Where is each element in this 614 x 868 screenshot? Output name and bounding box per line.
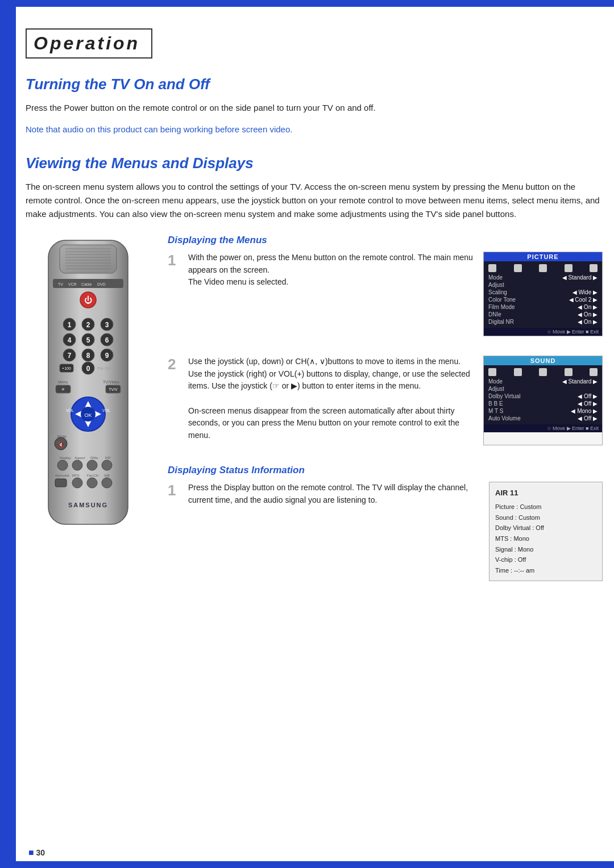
status-line-4: MTS : Mono bbox=[495, 533, 596, 544]
page-number-text: 30 bbox=[36, 848, 45, 857]
svg-text:PIP: PIP bbox=[105, 456, 111, 460]
section-title: Operation bbox=[34, 33, 140, 53]
menu-row-mode: Mode ◀ Standard ▶ bbox=[488, 274, 598, 281]
step1-text-part: 1 With the power on, press the Menu butt… bbox=[168, 252, 473, 343]
section-title-box: Operation bbox=[26, 28, 152, 59]
svg-rect-70 bbox=[55, 479, 67, 487]
svg-text:5: 5 bbox=[86, 336, 90, 344]
step1-text: With the power on, press the Menu button… bbox=[188, 253, 473, 274]
menu-row-icon-area bbox=[488, 264, 598, 273]
turning-note: Note that audio on this product can bein… bbox=[26, 123, 603, 136]
sound-row-bbe: B B E ◀ Off ▶ bbox=[488, 400, 598, 407]
displaying-status-heading: Displaying Status Information bbox=[168, 465, 603, 476]
picture-menu-body: Mode ◀ Standard ▶ Adjust Scaling ◀ Wide … bbox=[484, 261, 602, 328]
displaying-menus-heading: Displaying the Menus bbox=[168, 235, 603, 246]
step1-content: With the power on, press the Menu button… bbox=[188, 252, 473, 289]
page-number: ■ 30 bbox=[28, 848, 45, 858]
menu-row-digitalnr: Digital NR ◀ On ▶ bbox=[488, 318, 598, 326]
svg-text:7: 7 bbox=[68, 352, 72, 360]
turning-body: Press the Power button on the remote con… bbox=[26, 101, 603, 115]
remote-svg: TV VCR Cable DVD ⏻ 1 2 3 bbox=[31, 235, 145, 530]
menu-row-filmmode: Film Mode ◀ On ▶ bbox=[488, 303, 598, 311]
svg-text:OK: OK bbox=[84, 412, 92, 418]
left-bar bbox=[0, 0, 16, 868]
status-step1-text-part: 1 Press the Display button on the remote… bbox=[168, 482, 479, 581]
instructions-column: Displaying the Menus 1 With the power on… bbox=[168, 235, 603, 594]
viewing-title: Viewing the Menus and Displays bbox=[26, 155, 603, 172]
status-line-1: Picture : Custom bbox=[495, 502, 596, 512]
svg-text:Menu: Menu bbox=[58, 380, 68, 384]
status-line-3: Dolby Virtual : Off bbox=[495, 523, 596, 533]
status-air: AIR 11 bbox=[495, 487, 596, 499]
svg-text:TV: TV bbox=[58, 282, 63, 286]
status-line-5: Signal : Mono bbox=[495, 544, 596, 555]
remote-svg-wrapper: TV VCR Cable DVD ⏻ 1 2 3 bbox=[31, 235, 145, 532]
svg-text:🔇: 🔇 bbox=[57, 441, 65, 448]
svg-text:TV/Video: TV/Video bbox=[103, 380, 119, 384]
turning-title: Turning the TV On and Off bbox=[26, 76, 603, 93]
sound-row-mts: M T S ◀ Mono ▶ bbox=[488, 407, 598, 415]
status-line-6: V-chip : Off bbox=[495, 554, 596, 565]
svg-text:MTS: MTS bbox=[72, 474, 80, 477]
svg-text:4: 4 bbox=[68, 336, 72, 344]
menu-row-adjust: Adjust bbox=[488, 281, 598, 289]
svg-text:+100: +100 bbox=[62, 366, 71, 370]
sound-menu-title: SOUND bbox=[484, 356, 602, 365]
step2-text-part: 2 Use the joystick (up, down) or CH(∧, ∨… bbox=[168, 356, 473, 452]
lower-section: TV VCR Cable DVD ⏻ 1 2 3 bbox=[26, 235, 603, 594]
svg-text:VOL: VOL bbox=[66, 408, 74, 412]
svg-text:SAMSUNG: SAMSUNG bbox=[68, 502, 108, 508]
svg-point-65 bbox=[102, 460, 112, 470]
svg-text:Aspect: Aspect bbox=[74, 456, 85, 460]
svg-text:DNIe: DNIe bbox=[90, 456, 98, 460]
svg-text:≡: ≡ bbox=[62, 387, 65, 392]
sound-menu-body: Mode ◀ Standard ▶ Adjust Dolby Virtual ◀… bbox=[484, 365, 602, 424]
step1-number: 1 bbox=[168, 253, 180, 268]
svg-text:0: 0 bbox=[86, 365, 90, 373]
svg-text:2: 2 bbox=[86, 321, 90, 329]
svg-text:Fav.CH: Fav.CH bbox=[87, 474, 98, 477]
bottom-bar bbox=[0, 861, 614, 868]
svg-point-73 bbox=[102, 478, 112, 488]
menu-row-dnie: DNIe ◀ On ▶ bbox=[488, 311, 598, 318]
picture-menu-title: PICTURE bbox=[484, 252, 602, 261]
svg-text:DVD: DVD bbox=[97, 282, 106, 286]
menu-row-colortone: Color Tone ◀ Cool 2 ▶ bbox=[488, 296, 598, 303]
viewing-section: Viewing the Menus and Displays The on-sc… bbox=[26, 155, 603, 221]
svg-text:⏻: ⏻ bbox=[84, 295, 92, 304]
sound-menu-icon-area bbox=[488, 368, 598, 377]
step2-extra: On-screen menus disappear from the scree… bbox=[188, 406, 459, 440]
svg-text:VOL: VOL bbox=[102, 408, 110, 412]
svg-text:Cable: Cable bbox=[81, 282, 92, 286]
picture-menu-footer: ☆ Move ▶ Enter ■ Exit bbox=[484, 328, 602, 336]
status-step1-block: 1 Press the Display button on the remote… bbox=[168, 482, 603, 581]
step2-number: 2 bbox=[168, 357, 180, 372]
picture-menu-box: PICTURE Mode ◀ Standard ▶ bbox=[483, 252, 603, 336]
svg-text:6: 6 bbox=[105, 336, 109, 344]
svg-text:3: 3 bbox=[105, 321, 109, 329]
svg-text:1: 1 bbox=[68, 321, 72, 329]
status-step1-content: Press the Display button on the remote c… bbox=[188, 482, 479, 506]
svg-point-63 bbox=[72, 460, 82, 470]
svg-text:VCR: VCR bbox=[68, 282, 77, 286]
sound-row-mode: Mode ◀ Standard ▶ bbox=[488, 378, 598, 385]
step2-content: Use the joystick (up, down) or CH(∧, ∨)b… bbox=[188, 356, 473, 442]
step2-block: 2 Use the joystick (up, down) or CH(∧, ∨… bbox=[168, 356, 603, 452]
step2: 2 Use the joystick (up, down) or CH(∧, ∨… bbox=[168, 356, 473, 442]
top-bar bbox=[0, 0, 614, 7]
svg-point-64 bbox=[87, 460, 97, 470]
menu-row-scaling: Scaling ◀ Wide ▶ bbox=[488, 289, 598, 296]
sound-row-adjust: Adjust bbox=[488, 385, 598, 393]
main-content: Operation Turning the TV On and Off Pres… bbox=[26, 11, 603, 857]
status-line-7: Time : --:-- am bbox=[495, 565, 596, 576]
sound-menu-box: SOUND Mode ◀ Standard ▶ bbox=[483, 356, 603, 445]
status-line-2: Sound : Custom bbox=[495, 512, 596, 523]
svg-text:Display: Display bbox=[60, 456, 71, 460]
svg-text:8: 8 bbox=[86, 352, 90, 360]
remote-column: TV VCR Cable DVD ⏻ 1 2 3 bbox=[26, 235, 151, 594]
status-lines: Picture : Custom Sound : Custom Dolby Vi… bbox=[495, 502, 596, 576]
step2-text: Use the joystick (up, down) or CH(∧, ∨)b… bbox=[188, 357, 470, 390]
step1-note: The Video menu is selected. bbox=[188, 277, 288, 286]
sound-row-autovol: Auto Volume ◀ Off ▶ bbox=[488, 415, 598, 422]
svg-text:Surround: Surround bbox=[55, 474, 69, 477]
